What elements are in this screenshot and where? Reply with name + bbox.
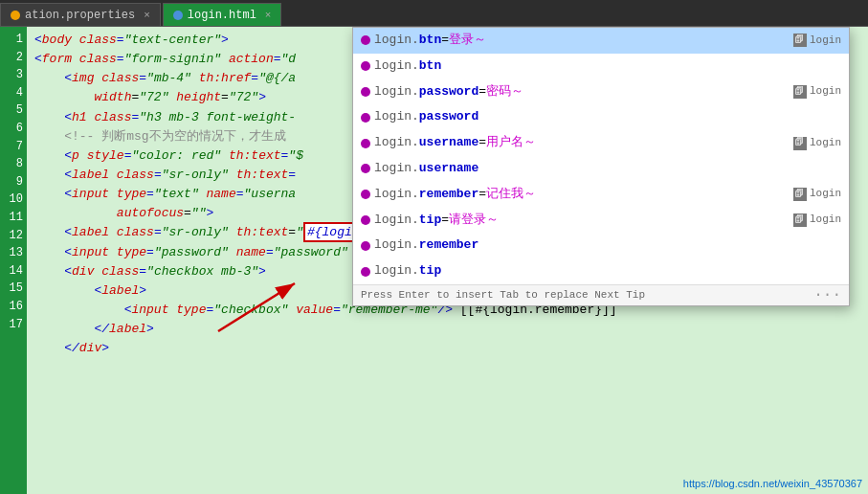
tab-icon-login: [173, 11, 183, 20]
ac-dot: [361, 35, 370, 45]
ac-dot: [361, 215, 370, 225]
code-line-17: </div>: [34, 339, 860, 358]
ac-item-username-val[interactable]: login.username=用户名～ 🗐 login: [353, 130, 849, 156]
ac-source: 🗐 login: [793, 33, 841, 50]
ac-dot: [361, 267, 370, 277]
ac-item-username[interactable]: login.username: [353, 156, 849, 182]
ac-dot: [361, 164, 370, 173]
ac-item-password-val[interactable]: login.password=密码～ 🗐 login: [353, 79, 849, 105]
tab-bar: ation.properties × login.html ×: [0, 0, 868, 27]
ac-item-btn[interactable]: login.btn: [353, 54, 849, 79]
ac-footer-hint: Press Enter to insert Tab to replace Nex…: [361, 287, 645, 303]
ac-item-text: login.username: [374, 159, 479, 179]
autocomplete-dropdown[interactable]: login.btn=登录～ 🗐 login login.btn: [352, 27, 850, 306]
code-line-16: </label>: [34, 320, 860, 339]
editor-area: 12345 678910 1112131415 1617 <body class…: [0, 27, 868, 494]
ac-source: 🗐 login: [793, 186, 841, 203]
ac-source-label: login: [810, 135, 841, 152]
ac-source-label: login: [810, 83, 841, 101]
ac-source-icon: 🗐: [793, 34, 807, 47]
ac-source: 🗐 login: [793, 135, 841, 152]
bottom-url: https://blog.csdn.net/weixin_43570367: [678, 474, 868, 494]
ac-item-text: login.remember=记住我～: [374, 185, 536, 205]
tab-close-properties[interactable]: ×: [144, 10, 150, 21]
ac-source-label: login: [810, 186, 841, 203]
tab-login[interactable]: login.html ×: [163, 3, 282, 26]
ac-item-text: login.tip=请登录～: [374, 211, 499, 231]
ac-item-tip[interactable]: login.tip: [353, 258, 849, 284]
ac-item-btn-login[interactable]: login.btn=登录～ 🗐 login: [353, 28, 849, 54]
ac-source-icon: 🗐: [793, 188, 807, 201]
ac-item-text: login.btn: [374, 56, 441, 77]
ac-source-icon: 🗐: [793, 85, 807, 99]
ac-item-remember[interactable]: login.remember: [353, 233, 849, 258]
ac-item-tip-val[interactable]: login.tip=请登录～ 🗐 login: [353, 208, 849, 234]
ac-dot: [361, 61, 370, 71]
line-numbers: 12345 678910 1112131415 1617: [0, 27, 27, 494]
tab-icon-properties: [11, 11, 20, 20]
ac-source-icon: 🗐: [793, 137, 807, 150]
ac-dot: [361, 241, 370, 251]
tab-properties[interactable]: ation.properties ×: [0, 3, 161, 26]
ac-dot: [361, 190, 370, 199]
ac-item-remember-val[interactable]: login.remember=记住我～ 🗐 login: [353, 182, 849, 208]
ac-footer-dots: ···: [813, 287, 841, 303]
tab-close-login[interactable]: ×: [265, 10, 272, 21]
ac-source-label: login: [810, 33, 841, 50]
ac-item-text: login.username=用户名～: [374, 133, 536, 153]
ac-dot: [361, 113, 370, 123]
ac-item-password[interactable]: login.password: [353, 104, 849, 130]
ac-item-text: login.remember: [374, 236, 479, 256]
ac-item-text: login.password: [374, 107, 479, 127]
ac-dot: [361, 139, 370, 148]
ac-source-label: login: [810, 212, 841, 229]
ac-source-icon: 🗐: [793, 213, 807, 227]
ac-item-text: login.tip: [374, 261, 441, 281]
ac-footer: Press Enter to insert Tab to replace Nex…: [353, 284, 849, 305]
ac-dot: [361, 87, 370, 97]
tab-label-properties: ation.properties: [25, 9, 135, 22]
tab-label-login: login.html: [188, 9, 256, 22]
ac-item-text: login.btn=登录～: [374, 31, 486, 51]
ac-source: 🗐 login: [793, 212, 841, 229]
ac-item-text: login.password=密码～: [374, 82, 523, 102]
code-content[interactable]: <body class="text-center"> <form class="…: [27, 27, 868, 494]
ac-source: 🗐 login: [793, 83, 841, 101]
